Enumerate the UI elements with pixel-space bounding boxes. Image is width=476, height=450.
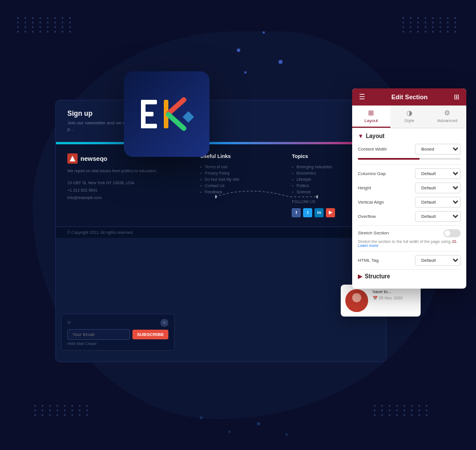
divider-3 — [358, 251, 461, 252]
learn-more-link[interactable]: Learn more — [358, 244, 378, 248]
layout-tab-icon: ⊞ — [368, 109, 374, 117]
overflow-select[interactable]: Default Hidden Auto — [415, 211, 461, 222]
sparkle-8 — [285, 433, 288, 436]
footer-email: info@example.com — [67, 194, 191, 202]
advanced-tab-icon: ⚙ — [444, 109, 450, 117]
article-text: have to... — [373, 289, 402, 295]
article-card-inner: have to... 📅 05 Nov, 2020 — [345, 289, 416, 312]
stretch-section-toggle[interactable] — [443, 229, 461, 237]
columns-gap-label: Columns Gap — [358, 171, 415, 176]
content-width-row: Content Width Boxed Full Width — [358, 144, 461, 155]
content-width-select[interactable]: Boxed Full Width — [415, 144, 461, 155]
structure-section-title: ▶ Structure — [358, 273, 461, 279]
html-tag-select[interactable]: Default div section article header foote… — [415, 255, 461, 266]
sparkle-3 — [279, 60, 283, 64]
style-tab-label: Style — [404, 118, 414, 123]
dots-bottom-right — [374, 405, 430, 416]
vertical-align-row: Vertical Align Default Top Middle Bottom — [358, 197, 461, 208]
overflow-label: Overflow — [358, 214, 415, 219]
hide-mail-chase-label: Hide Mail Chase — [67, 342, 168, 346]
link-feedback: Feedback — [200, 189, 283, 195]
divider-2 — [358, 225, 461, 226]
facebook-icon[interactable]: f — [292, 208, 301, 217]
tab-advanced[interactable]: ⚙ Advanced — [428, 106, 466, 128]
linkedin-icon[interactable]: in — [314, 208, 324, 217]
ek-logo-card — [124, 71, 209, 157]
edit-section-panel: ☰ Edit Section ⊞ ⊞ Layout ◑ Style ⚙ Adva… — [352, 88, 466, 289]
useful-links-title: Useful Links — [200, 153, 283, 159]
panel-header: ☰ Edit Section ⊞ — [352, 88, 466, 106]
footer-grid: newseqo We report on vital issues from p… — [67, 153, 374, 217]
tab-style[interactable]: ◑ Style — [390, 106, 429, 128]
svg-line-5 — [168, 100, 184, 113]
copyright-text: © Copyright 2021. All rights reserved — [67, 230, 132, 234]
subscribe-close-button[interactable]: × — [160, 319, 168, 327]
subscribe-bar: ✉ × SUBSCRIBE Hide Mail Chase — [61, 314, 175, 351]
footer-phone: +1 212 602 9641 — [67, 187, 191, 194]
footer-desc: We report on vital issues from politics … — [67, 168, 191, 175]
arrow-icon: ▼ — [358, 133, 364, 139]
article-thumbnail — [345, 289, 368, 312]
structure-arrow-icon: ▶ — [358, 273, 362, 279]
svg-rect-1 — [141, 100, 157, 104]
footer-brand-name: newseqo — [80, 155, 107, 162]
width-slider[interactable] — [358, 158, 461, 160]
overflow-row: Overflow Default Hidden Auto — [358, 211, 461, 222]
link-privacy: Privacy Policy — [200, 170, 283, 176]
sparkle-1 — [237, 48, 240, 52]
grid-icon[interactable]: ⊞ — [454, 93, 459, 101]
height-select[interactable]: Default Min Height Fit to Screen — [415, 183, 461, 193]
stretch-section-row: Stretch Section — [358, 229, 461, 237]
calendar-icon: 📅 — [373, 296, 379, 300]
footer-contact: 19 GBT St, New York NY 10038, USA +1 212… — [67, 180, 191, 201]
dots-bottom-left — [34, 405, 91, 416]
tab-layout[interactable]: ⊞ Layout — [352, 106, 390, 128]
footer-links-col: Useful Links Terms of use Privacy Policy… — [200, 153, 283, 217]
svg-marker-7 — [183, 111, 194, 123]
footer-section: newseqo We report on vital issues from p… — [56, 144, 386, 226]
panel-tabs: ⊞ Layout ◑ Style ⚙ Advanced — [352, 106, 466, 128]
columns-gap-row: Columns Gap Default No Gap Narrow Wide — [358, 168, 461, 179]
svg-point-9 — [352, 293, 361, 302]
stretch-section-label: Stretch Section — [358, 230, 443, 236]
svg-rect-3 — [141, 124, 157, 128]
article-card: have to... 📅 05 Nov, 2020 — [341, 285, 421, 317]
footer-bar: © Copyright 2021. All rights reserved Ba… — [56, 226, 386, 238]
dots-top-left — [17, 17, 74, 33]
sparkle-7 — [257, 422, 260, 425]
dots-top-right — [402, 17, 459, 33]
footer-address: 19 GBT St, New York NY 10038, USA — [67, 180, 191, 187]
subscribe-form: SUBSCRIBE — [67, 329, 168, 340]
link-donotsell: Do Not Sell My Info — [200, 176, 283, 183]
html-tag-label: HTML Tag — [358, 258, 415, 263]
signup-section: Sign up Join our newsletter and we respe… — [56, 100, 386, 142]
svg-marker-8 — [70, 156, 75, 161]
divider-1 — [358, 164, 461, 165]
divider-4 — [358, 269, 461, 270]
layout-tab-label: Layout — [364, 118, 378, 123]
js-note: JS. — [451, 240, 457, 244]
height-row: Height Default Min Height Fit to Screen — [358, 183, 461, 193]
youtube-icon[interactable]: ▶ — [326, 208, 335, 217]
twitter-icon[interactable]: t — [303, 208, 312, 217]
columns-gap-select[interactable]: Default No Gap Narrow Wide — [415, 168, 461, 179]
subscribe-button[interactable]: SUBSCRIBE — [132, 330, 168, 339]
email-input[interactable] — [67, 329, 130, 340]
link-contact: Contact Us — [200, 183, 283, 189]
svg-point-10 — [350, 303, 364, 312]
vertical-align-select[interactable]: Default Top Middle Bottom — [415, 197, 461, 208]
layout-section-title: ▼ Layout — [358, 133, 461, 139]
content-width-label: Content Width — [358, 147, 415, 152]
style-tab-icon: ◑ — [406, 109, 412, 117]
hamburger-icon[interactable]: ☰ — [359, 93, 365, 101]
stretch-section-desc: Stretch the section to the full width of… — [358, 240, 461, 248]
footer-brand-col: newseqo We report on vital issues from p… — [67, 153, 191, 217]
svg-rect-2 — [141, 112, 154, 116]
ek-logo-svg — [138, 91, 195, 137]
useful-links-list: Terms of use Privacy Policy Do Not Sell … — [200, 164, 283, 195]
advanced-tab-label: Advanced — [437, 118, 458, 123]
footer-logo-icon — [67, 153, 78, 164]
article-date: 📅 05 Nov, 2020 — [373, 296, 402, 301]
article-content: have to... 📅 05 Nov, 2020 — [373, 289, 402, 301]
sparkle-5 — [200, 416, 203, 419]
